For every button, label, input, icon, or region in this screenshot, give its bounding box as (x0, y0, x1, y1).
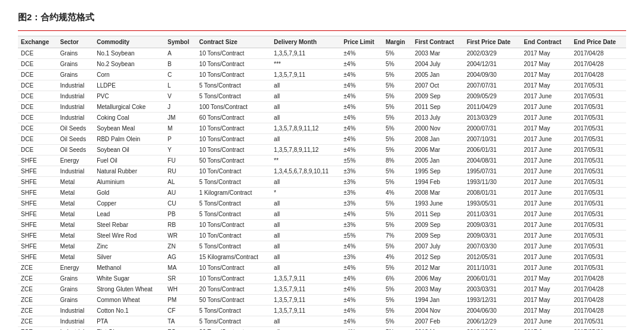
table-cell: Y (165, 145, 196, 155)
table-cell: DCE (18, 59, 57, 70)
table-cell: 10 Tons/Contract (196, 273, 271, 284)
table-cell: Grains (57, 48, 94, 59)
table-cell: SHFE (18, 209, 57, 220)
table-cell: ±5% (340, 231, 382, 241)
table-cell: Metal (57, 198, 94, 209)
table-cell: ±3% (340, 166, 382, 177)
table-cell: 2000 Nov (412, 123, 464, 134)
table-cell: 2017/04/28 (571, 48, 626, 59)
chart-title: 图2：合约规范格式 (18, 12, 626, 23)
table-cell: 2017 May (521, 70, 571, 80)
table-cell: 2006 May (412, 273, 464, 284)
table-cell: 4% (383, 188, 412, 198)
table-cell: PM (165, 295, 196, 306)
table-cell: 2017 June (521, 220, 571, 231)
table-cell: all (271, 198, 340, 209)
table-cell: SHFE (18, 155, 57, 166)
table-cell: RBD Palm Olein (94, 134, 165, 145)
table-cell: SHFE (18, 198, 57, 209)
table-row: SHFEMetalLeadPB5 Tons/Contractall±4%5%20… (18, 209, 626, 220)
table-cell: Industrial (57, 113, 94, 123)
table-cell: 10 Tons/Contract (196, 263, 271, 273)
table-cell: 2007/07/31 (464, 80, 521, 91)
table-cell: ZCE (18, 327, 57, 331)
table-cell: PB (165, 209, 196, 220)
table-cell: CF (165, 306, 196, 316)
table-cell: 15 Kilograms/Contract (196, 252, 271, 263)
table-cell: 5% (383, 284, 412, 295)
table-cell: 5% (383, 80, 412, 91)
table-cell: 1993/05/31 (464, 198, 521, 209)
table-row: SHFEMetalSteel Wire RodWR10 Ton/Contract… (18, 231, 626, 241)
table-cell: DCE (18, 80, 57, 91)
table-cell: B (165, 59, 196, 70)
table-cell: 2012/05/31 (464, 252, 521, 263)
table-cell: 1,3,5,7,9,11 (271, 48, 340, 59)
table-row: ZCEIndustrialPTATA5 Tons/Contractall±4%5… (18, 316, 626, 327)
table-cell: SHFE (18, 231, 57, 241)
table-row: ZCEIndustrialFlat GlassFG20 Tons/Contrac… (18, 327, 626, 331)
table-cell: C (165, 70, 196, 80)
table-cell: V (165, 91, 196, 102)
table-cell: 10 Tons/Contract (196, 123, 271, 134)
table-cell: ±5% (340, 155, 382, 166)
table-cell: Aluminium (94, 177, 165, 188)
table-cell: P (165, 134, 196, 145)
table-cell: 5% (383, 295, 412, 306)
table-cell: Oil Seeds (57, 134, 94, 145)
table-cell: all (271, 209, 340, 220)
table-cell: 2009/03/31 (464, 220, 521, 231)
table-cell: 60 Tons/Contract (196, 113, 271, 123)
table-cell: WH (165, 284, 196, 295)
table-cell: ±3% (340, 220, 382, 231)
column-header: Commodity (94, 36, 165, 48)
table-cell: 5 Tons/Contract (196, 177, 271, 188)
table-cell: Zinc (94, 241, 165, 252)
table-cell: DCE (18, 48, 57, 59)
table-cell: ** (271, 155, 340, 166)
table-cell: 2008 Mar (412, 188, 464, 198)
table-cell: Flat Glass (94, 327, 165, 331)
table-cell: Coking Coal (94, 113, 165, 123)
table-row: ZCEGrainsWhite SugarSR10 Tons/Contract1,… (18, 273, 626, 284)
table-cell: 5% (383, 316, 412, 327)
column-header: First Contract (412, 36, 464, 48)
column-header: End Contract (521, 36, 571, 48)
table-cell: PTA (94, 316, 165, 327)
table-cell: Metallurgical Coke (94, 102, 165, 113)
table-cell: ZCE (18, 273, 57, 284)
table-cell: 1,3,4,5,6,7,8,9,10,11 (271, 166, 340, 177)
table-cell: 5 Tons/Contract (196, 198, 271, 209)
table-cell: 50 Tons/Contract (196, 295, 271, 306)
table-cell: Oil Seeds (57, 123, 94, 134)
table-cell: DCE (18, 70, 57, 80)
table-row: DCEOil SeedsSoybean MealM10 Tons/Contrac… (18, 123, 626, 134)
table-row: DCEIndustrialMetallurgical CokeJ100 Tons… (18, 102, 626, 113)
table-cell: 2004 Nov (412, 306, 464, 316)
table-cell: all (271, 231, 340, 241)
table-cell: 2017/04/28 (571, 70, 626, 80)
table-cell: 5% (383, 70, 412, 80)
table-header: ExchangeSectorCommoditySymbolContract Si… (18, 36, 626, 48)
table-cell: 2017/05/31 (571, 134, 626, 145)
table-cell: Lead (94, 209, 165, 220)
table-cell: Energy (57, 263, 94, 273)
table-cell: L (165, 80, 196, 91)
table-cell: ±3% (340, 188, 382, 198)
column-header: Margin (383, 36, 412, 48)
table-row: DCEIndustrialLLDPEL5 Tons/Contractall±4%… (18, 80, 626, 91)
table-cell: ±4% (340, 59, 382, 70)
table-cell: 2017 May (521, 295, 571, 306)
table-cell: 2017/04/28 (571, 59, 626, 70)
table-cell: 5 Tons/Contract (196, 91, 271, 102)
table-cell: 2017/05/31 (571, 327, 626, 331)
table-cell: 7% (383, 231, 412, 241)
table-cell: Industrial (57, 306, 94, 316)
table-cell: SHFE (18, 177, 57, 188)
table-cell: 2017/05/31 (571, 241, 626, 252)
table-cell: 2006/01/31 (464, 145, 521, 155)
table-cell: 2012/12/31 (464, 327, 521, 331)
table-cell: 2017 May (521, 80, 571, 91)
table-cell: all (271, 241, 340, 252)
table-cell: 5% (383, 198, 412, 209)
